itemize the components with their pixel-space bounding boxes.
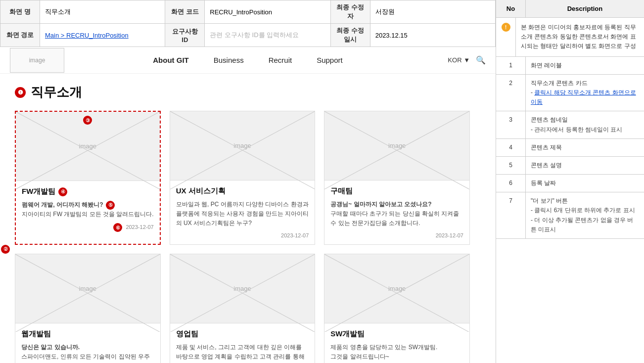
nav-link-about-git[interactable]: About GIT [153,56,188,64]
rp-link-2[interactable]: 클릭시 해당 직무소개 콘텐츠 화면으로 이동 [531,89,636,105]
rp-no-1: 1 [496,57,526,74]
card-purchase[interactable]: image 구매팀 공갱님~ 얼마까지 알아보고 오셨나요? 구매할 때마다 초… [324,111,470,245]
card-image-purchase: image [324,111,469,181]
rp-row-3: 3 콘텐츠 썸네일 - 관리자에서 등록한 썸네일이 표시 [496,111,644,138]
badge-2: ② [1,245,10,254]
rp-text-4: 콘텐츠 제목 [526,139,644,156]
page-title-row: ❶ 직무소개 [15,84,470,101]
right-panel: No Description ! 본 화면은 미디어의 홍보자료에 등록된 직무… [496,0,644,363]
warning-badge: ! [502,23,510,32]
card-desc-ux: 모바일과 웹, PC 어름까지 다양한 디바이스 환경과 플랫폼에 적응되는 사… [176,200,309,228]
card-fw[interactable]: image ③ FW개발팀 ④ 펌웨어 개발, 어디까지 해봤니? ⑤ [15,111,161,245]
logo: image [10,48,64,73]
meta-value-requirement-id[interactable]: 관련 오구사항 ID를 입력하세요 [205,24,330,47]
meta-table: 화면 명 직무소개 화면 코드 RECRU_IntroPosition 최종 수… [0,0,496,47]
meta-label-modifier: 최종 수정자 [330,0,370,24]
nav-links: About GIT Business Recruit Support [153,56,342,64]
card-desc-sw: 제품의 영혼을 담당하고 있는 SW개발팀. 그것을 알려드립니다~ [330,343,463,362]
rp-row-4: 4 콘텐츠 제목 [496,139,644,157]
rp-no-3: 3 [496,111,526,138]
card-sw[interactable]: image SW개발팀 제품의 영혼을 담당하고 있는 SW개발팀. 그것을 알… [324,254,470,363]
card-body-fw: FW개발팀 ④ 펌웨어 개발, 어디까지 해봤니? ⑤ 지아이티의 FW 개발팀… [16,181,160,238]
card-image-sw: image [324,254,469,323]
rp-warning-row: ! 본 화면은 미디어의 홍보자료에 등록된 직무소개 콘텐츠와 동일한 콘텐츠… [496,18,644,57]
card-date-ux: 2023-12-07 [176,232,309,238]
rp-no-6: 6 [496,175,526,192]
card-desc-fw: 펌웨어 개발, 어디까지 해봤니? ⑤ 지아이티의 FW 개발팀의 모든 것을 … [22,200,154,219]
card-image-fw: image ③ [16,112,160,181]
meta-value-screen-code: RECRU_IntroPosition [205,0,330,24]
meta-label-requirement-id: 요구사항 ID [165,24,205,47]
rp-row-5: 5 콘텐츠 설명 [496,157,644,175]
rp-text-7: "더 보기" 버튼 - 클릭시 6개 단위로 하위에 추가로 표시 - 더 이상… [526,192,644,238]
warning-icon-cell: ! [496,18,516,56]
meta-label-screen-code: 화면 코드 [165,0,205,24]
card-desc-purchase: 공갱님~ 얼마까지 알아보고 오셨나요? 구매할 때마다 초구가 되는 당신을 … [330,200,463,228]
rp-row-1: 1 화면 레이블 [496,57,644,75]
meta-value-screen-name: 직무소개 [40,0,165,24]
lang-selector[interactable]: KOR ▼ [448,56,470,64]
right-panel-header: No Description [496,0,644,18]
card-ux[interactable]: image UX 서비스기획 모바일과 웹, PC 어름까지 다양한 디바이스 … [170,111,316,245]
badge-5: ⑤ [106,201,115,210]
page-number-badge-1: ❶ [15,87,26,98]
main-content: ❶ 직무소개 ② image ③ [0,74,485,363]
meta-value-modified-date: 2023.12.15 [370,24,495,47]
meta-label-modified-date: 최종 수정 일시 [330,24,370,47]
meta-value-screen-path[interactable]: Main > RECRU_IntroPosition [40,24,165,47]
card-image-web: image [15,254,160,323]
card-image-ux: image [170,111,315,181]
card-grid: image ③ FW개발팀 ④ 펌웨어 개발, 어디까지 해봤니? ⑤ [15,111,470,363]
card-date-purchase: 2023-12-07 [330,232,463,238]
nav-link-support[interactable]: Support [317,56,343,64]
nav-link-business[interactable]: Business [214,56,244,64]
rp-row-2: 2 직무소개 콘텐츠 카드 - 클릭시 해당 직무소개 콘텐츠 화면으로 이동 [496,75,644,112]
nav-right: KOR ▼ 🔍 [448,55,486,65]
rp-no-4: 4 [496,139,526,156]
search-icon[interactable]: 🔍 [476,55,486,65]
card-desc-sales: 제품 및 서비스, 그리고 고객에 대한 깊은 이해를 바탕으로 영업 계획을 … [176,343,309,363]
rp-text-5: 콘텐츠 설명 [526,157,644,174]
rp-text-2: 직무소개 콘텐츠 카드 - 클릭시 해당 직무소개 콘텐츠 화면으로 이동 [526,75,644,111]
page-title: 직무소개 [31,84,82,101]
rp-text-6: 등록 날짜 [526,175,644,192]
rph-no-label: No [496,0,526,17]
rp-warning-text: 본 화면은 미디어의 홍보자료에 등록된 직무소개 콘텐츠와 동일한 콘텐츠로서… [516,18,644,56]
meta-label-screen-name: 화면 명 [0,0,40,24]
meta-label-screen-path: 화면 경로 [0,24,40,47]
rph-desc-label: Description [526,0,644,17]
badge-3: ③ [83,116,92,125]
rp-row-6: 6 등록 날짜 [496,175,644,192]
rp-no-7: 7 [496,192,526,238]
card-desc-web: 당신은 알고 있습니까. 스파이더맨도, 인류의 모든 기술력이 집약된 우주 … [21,343,154,363]
rp-text-3: 콘텐츠 썸네일 - 관리자에서 등록한 썸네일이 표시 [526,111,644,138]
meta-value-modifier: 서장원 [370,0,495,24]
rp-row-7: 7 "더 보기" 버튼 - 클릭시 6개 단위로 하위에 추가로 표시 - 더 … [496,192,644,239]
nav-header: image About GIT Business Recruit Support… [0,47,496,74]
rp-text-1: 화면 레이블 [526,57,644,74]
card-body-purchase: 구매팀 공갱님~ 얼마까지 알아보고 오셨나요? 구매할 때마다 초구가 되는 … [324,181,469,244]
card-sales[interactable]: image 영업팀 제품 및 서비스, 그리고 고객에 대한 깊은 이해를 바탕… [170,254,316,363]
rp-no-2: 2 [496,75,526,111]
badge-6: ⑥ [113,223,122,232]
rp-no-5: 5 [496,157,526,174]
card-body-ux: UX 서비스기획 모바일과 웹, PC 어름까지 다양한 디바이스 환경과 플랫… [170,181,315,244]
card-date-fw: ⑥ 2023-12-07 [22,223,154,232]
card-web[interactable]: image 웹개발팀 당신은 알고 있습니까. 스파이더맨도, 인류의 모든 기… [15,254,161,363]
nav-link-recruit[interactable]: Recruit [269,56,292,64]
card-image-sales: image [170,254,315,323]
